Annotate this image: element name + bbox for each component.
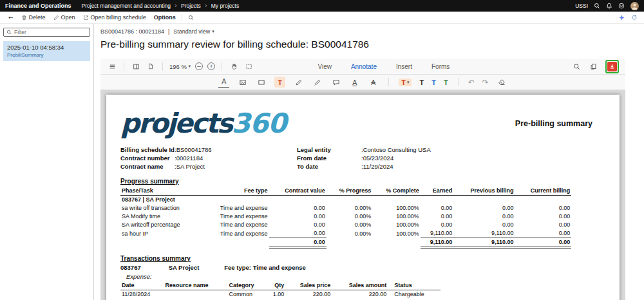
table-row: sa write off transaction Time and expens… — [120, 204, 571, 212]
image-stamp-tool-icon[interactable] — [237, 77, 248, 88]
field-value: :BS00041786 — [175, 146, 297, 153]
open-label: Open — [61, 14, 75, 21]
comment-tool-icon[interactable] — [330, 77, 341, 88]
highlight-target-box — [605, 60, 619, 73]
record-id: BS00041786 : 00021184 — [100, 28, 164, 35]
main-content: BS00041786 : 00021184 | Standard view ▾ … — [94, 24, 644, 300]
breadcrumb-module[interactable]: Project management and accounting — [82, 3, 171, 9]
transactions-group-line: 083767 SA Project Fee type: Time and exp… — [120, 264, 605, 271]
page-layout-icon[interactable] — [131, 61, 141, 72]
filter-input[interactable] — [14, 29, 87, 35]
zoom-out-button[interactable]: − — [195, 62, 203, 70]
zoom-in-button[interactable]: + — [207, 62, 215, 70]
breadcrumb-area[interactable]: Projects — [181, 3, 201, 9]
record-list: 2025-01-10 04:58:34 PrebillSummary — [3, 41, 90, 61]
breadcrumb-page[interactable]: My projects — [211, 3, 239, 9]
totals-row: 0.00 9,110.00 9,110.00 0.00 — [120, 238, 571, 247]
squiggly-underline-tool-icon[interactable]: A — [349, 77, 360, 88]
save-download-button[interactable] — [607, 62, 617, 71]
environment-label: USSI — [575, 3, 588, 9]
divider — [162, 62, 163, 71]
redo-icon[interactable]: ↷ — [482, 78, 489, 87]
view-label: Standard view — [173, 28, 210, 35]
app-title[interactable]: Finance and Operations — [5, 3, 71, 9]
breadcrumb-chevron-icon: › — [205, 3, 207, 9]
menu-hamburger-icon[interactable] — [107, 61, 117, 72]
bell-icon[interactable] — [606, 3, 612, 9]
field-label: Contract number — [120, 155, 175, 162]
group-id: 083767 — [120, 264, 167, 271]
refresh-icon[interactable] — [631, 14, 638, 21]
list-item-subtitle: PrebillSummary — [7, 52, 86, 58]
delete-label: Delete — [29, 14, 46, 21]
record-list-panel: 2025-01-10 04:58:34 PrebillSummary — [0, 24, 94, 300]
projects360-logo: projects360 — [120, 111, 286, 136]
field-value: :00021184 — [175, 155, 297, 162]
open-billing-schedule-label: Open billing schedule — [91, 14, 146, 21]
tab-annotate[interactable]: Annotate — [350, 62, 378, 71]
field-value: :11/29/2024 — [361, 163, 605, 170]
open-billing-schedule-button[interactable]: Open billing schedule — [79, 12, 150, 23]
zoom-level-dropdown[interactable]: 196 % ▾ — [169, 61, 191, 72]
view-selector[interactable]: Standard view ▾ — [173, 28, 214, 35]
freetext-tool-icon[interactable]: T — [274, 77, 285, 88]
text-color-black-swatch[interactable]: T — [419, 79, 424, 86]
pan-hand-icon[interactable] — [229, 61, 239, 72]
document-scroll-area[interactable]: projects360 Pre-billing summary Billing … — [100, 90, 625, 300]
page-title: Pre-billing summary review for billing s… — [100, 39, 644, 50]
back-button[interactable]: ← — [5, 12, 17, 23]
action-bar: ← Delete Open Open billing schedule Opti… — [0, 12, 644, 24]
delete-button[interactable]: Delete — [17, 12, 50, 23]
search-icon[interactable] — [594, 3, 600, 9]
filter-box[interactable] — [3, 28, 90, 37]
viewer-search-icon[interactable] — [572, 61, 582, 72]
actionbar-search-icon[interactable] — [184, 12, 198, 23]
pen-tool-icon[interactable] — [293, 77, 304, 88]
strikeout-tool-icon[interactable]: A — [368, 77, 379, 88]
divider — [222, 62, 222, 71]
record-header-line: BS00041786 : 00021184 | Standard view ▾ — [100, 28, 644, 35]
page-thumbnail-icon[interactable] — [146, 61, 156, 72]
chevron-down-icon: ▾ — [212, 29, 214, 34]
annotate-toolbar: A T A A T▾ — [100, 75, 625, 90]
highlighter-tool-icon[interactable] — [312, 77, 323, 88]
page-compare-icon[interactable] — [589, 61, 599, 72]
field-label: Billing schedule Id — [120, 146, 175, 153]
open-button[interactable]: Open — [50, 12, 79, 23]
report-page: projects360 Pre-billing summary Billing … — [106, 95, 620, 300]
table-row: 11/28/2024 Common 1.00 220.00 220.00 Cha… — [120, 290, 440, 299]
feedback-smiley-icon[interactable] — [618, 3, 625, 9]
divider — [182, 14, 182, 21]
table-row: SA Modify time Time and expense 0.00 0.0… — [120, 212, 571, 221]
open-link-icon — [83, 15, 89, 21]
group-row: 083767 | SA Project — [120, 195, 571, 204]
chevron-down-icon: ▾ — [189, 64, 191, 69]
transactions-table: Date Resource name Category Qty Sales pr… — [120, 281, 440, 300]
eraser-tool-icon[interactable] — [497, 77, 507, 88]
divider — [388, 78, 389, 86]
viewer-toolbar-main: 196 % ▾ − + View Annotate Insert Forms — [100, 59, 625, 75]
field-label: Contract name — [120, 163, 175, 170]
report-info-fields: Billing schedule Id :BS00041786 Legal en… — [120, 146, 605, 170]
text-color-blue-swatch[interactable]: T — [431, 79, 436, 86]
text-color-green-swatch[interactable]: T — [444, 79, 448, 86]
underline-text-tool-icon[interactable]: A — [218, 77, 229, 88]
pencil-icon — [53, 15, 59, 21]
text-style-dropdown[interactable]: T▾ — [399, 79, 412, 86]
tab-view[interactable]: View — [316, 62, 333, 71]
topbar-right-cluster: USSI — [575, 2, 639, 10]
table-header-row: Phase/Task Fee type Contract value % Pro… — [120, 187, 571, 196]
tab-forms[interactable]: Forms — [430, 62, 451, 71]
options-menu[interactable]: Options — [150, 12, 180, 23]
list-item[interactable]: 2025-01-10 04:58:34 PrebillSummary — [3, 41, 90, 61]
filter-search-icon — [6, 30, 12, 35]
zoom-level-value: 196 % — [169, 63, 187, 70]
marquee-zoom-icon[interactable] — [243, 61, 254, 72]
tab-insert[interactable]: Insert — [395, 62, 413, 71]
rectangle-tool-icon[interactable] — [256, 77, 267, 88]
copilot-sparkle-icon[interactable] — [618, 14, 625, 21]
undo-icon[interactable]: ↶ — [468, 78, 475, 87]
trash-icon — [21, 15, 27, 21]
user-avatar[interactable] — [630, 2, 639, 10]
actionbar-right-cluster — [618, 14, 639, 21]
